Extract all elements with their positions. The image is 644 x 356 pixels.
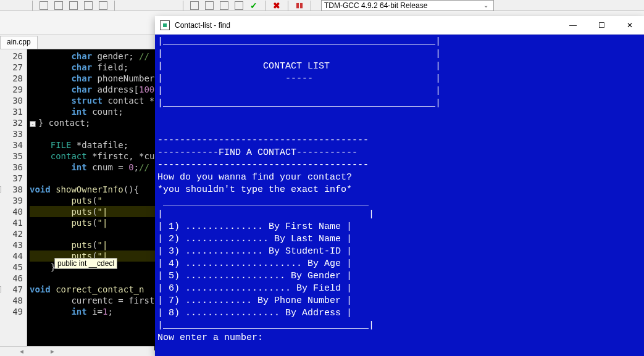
toolbar-grid-icon[interactable]	[204, 1, 214, 10]
check-icon[interactable]: ✓	[249, 1, 259, 10]
tab-file[interactable]: ain.cpp	[0, 36, 38, 49]
console-window: Contact-list - find — ☐ ✕ |_____________…	[155, 16, 644, 356]
toolbar-icon[interactable]	[69, 1, 78, 10]
chevron-down-icon: ⌄	[483, 2, 488, 9]
toolbar-grid-icon[interactable]	[219, 1, 229, 10]
toolbar-icon[interactable]	[39, 1, 49, 10]
toolbar-icon[interactable]	[98, 1, 108, 10]
chart-icon[interactable]: ▮▮	[295, 1, 304, 10]
compiler-label: TDM-GCC 4.9.2 64-bit Release	[324, 1, 427, 10]
toolbar-icon[interactable]	[54, 1, 64, 10]
code-tooltip: public int __cdecl	[54, 258, 117, 269]
toolbar-grid-icon[interactable]	[190, 1, 199, 10]
close-button[interactable]: ✕	[616, 16, 644, 35]
scroll-left-icon[interactable]: ◄	[19, 348, 25, 355]
cancel-icon[interactable]: ✖	[272, 1, 282, 10]
maximize-button[interactable]: ☐	[587, 16, 616, 35]
ide-toolbar: ✓ ✖ ▮▮ TDM-GCC 4.9.2 64-bit Release ⌄	[0, 0, 644, 11]
scroll-right-icon[interactable]: ►	[49, 348, 56, 355]
toolbar-grid-icon[interactable]	[234, 1, 244, 10]
console-titlebar[interactable]: Contact-list - find — ☐ ✕	[155, 16, 644, 35]
toolbar-icon[interactable]	[83, 1, 93, 10]
line-gutter: 2627282930313233343536373839404142434445…	[0, 49, 27, 350]
tab-label: ain.cpp	[7, 38, 31, 46]
minimize-button[interactable]: —	[559, 16, 587, 35]
editor-scrollbar[interactable]: ◄ ►	[0, 346, 154, 356]
console-app-icon	[160, 20, 170, 30]
console-output[interactable]: |_______________________________________…	[155, 35, 644, 356]
compiler-select[interactable]: TDM-GCC 4.9.2 64-bit Release ⌄	[321, 0, 494, 11]
console-title: Contact-list - find	[175, 21, 230, 30]
